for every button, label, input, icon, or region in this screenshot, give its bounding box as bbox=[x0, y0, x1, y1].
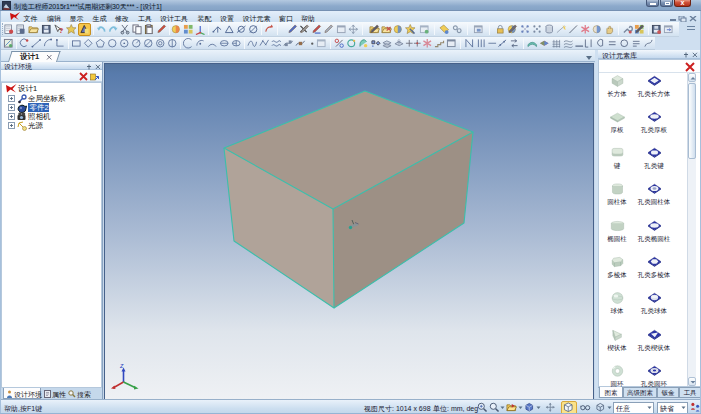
svg-text:z: z bbox=[119, 362, 124, 369]
svg-text:?: ? bbox=[59, 26, 64, 35]
